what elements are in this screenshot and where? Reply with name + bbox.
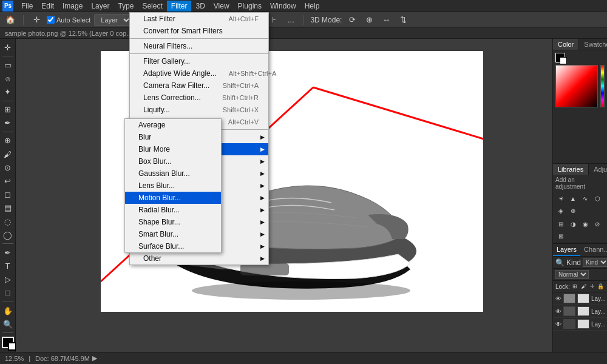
zoom-tool[interactable]: 🔍	[1, 318, 15, 330]
blur-blur[interactable]: Blur	[125, 131, 221, 143]
menu-image[interactable]: Image	[58, 1, 87, 12]
eyedropper-tool[interactable]: ✒	[1, 117, 15, 129]
menu-file[interactable]: File	[17, 1, 37, 12]
menu-type[interactable]: Type	[114, 1, 138, 12]
auto-select-checkbox[interactable]: Auto Select	[47, 16, 90, 24]
menu-edit[interactable]: Edit	[37, 1, 58, 12]
brush-tool[interactable]: 🖌	[1, 148, 15, 160]
dodge-tool[interactable]: ◯	[1, 229, 15, 241]
black-white-btn[interactable]: ◑	[568, 218, 578, 229]
menu-plugins[interactable]: Plugins	[234, 1, 266, 12]
layer-select[interactable]: Layer	[94, 14, 132, 26]
filter-gallery[interactable]: Filter Gallery...	[130, 55, 268, 67]
foreground-color[interactable]	[2, 337, 14, 348]
tab-channels[interactable]: Chann...	[580, 244, 607, 256]
filter-liquify[interactable]: Liquify... Shift+Ctrl+X	[130, 104, 268, 116]
fg-color-swatch[interactable]	[555, 53, 565, 62]
menu-layer[interactable]: Layer	[87, 1, 114, 12]
curves-btn[interactable]: ∿	[580, 193, 591, 204]
filter-last-filter[interactable]: Last Filter Alt+Ctrl+F	[130, 13, 268, 25]
blur-more[interactable]: Blur More	[125, 143, 221, 155]
menu-window[interactable]: Window	[266, 1, 300, 12]
filter-adaptive[interactable]: Adaptive Wide Angle... Alt+Shift+Ctrl+A	[130, 67, 268, 79]
bg-color-swatch[interactable]	[560, 57, 567, 64]
3d-mode-btn1[interactable]: ⟳	[345, 13, 359, 27]
3d-mode-btn4[interactable]: ⇅	[396, 13, 410, 27]
clone-stamp-tool[interactable]: ⊙	[1, 161, 15, 174]
color-lookup-btn[interactable]: ⊠	[555, 231, 566, 241]
layer-row-2[interactable]: 👁 Lay...	[553, 305, 607, 318]
brightness-contrast-btn[interactable]: ☀	[555, 193, 566, 204]
type-tool[interactable]: T	[1, 260, 15, 272]
color-balance-btn[interactable]: ⊞	[555, 218, 566, 229]
blur-lens[interactable]: Lens Blur...	[125, 180, 221, 192]
blur-tool[interactable]: ◌	[1, 215, 15, 228]
channel-mixer-btn[interactable]: ⊘	[592, 218, 603, 229]
blur-smart[interactable]: Smart Blur...	[125, 228, 221, 240]
blur-submenu[interactable]: Average Blur Blur More Box Blur... Gauss…	[124, 118, 222, 253]
filter-camera-raw[interactable]: Camera Raw Filter... Shift+Ctrl+A	[130, 79, 268, 92]
tab-layers[interactable]: Layers	[553, 244, 580, 256]
document-tab[interactable]: sample photo.png @ 12.5% (Layer 0 cop...	[0, 28, 607, 39]
eraser-tool[interactable]: ◻	[1, 189, 15, 201]
marquee-tool[interactable]: ▭	[1, 59, 15, 71]
hue-slider[interactable]	[600, 65, 605, 107]
lock-position-btn[interactable]: ✛	[588, 282, 595, 291]
exposure-btn[interactable]: ⬡	[592, 193, 603, 204]
move-tool-options[interactable]: ✛	[30, 13, 43, 27]
blur-box[interactable]: Box Blur...	[125, 155, 221, 167]
more-options-icon[interactable]: ...	[284, 13, 297, 27]
lock-transparent-btn[interactable]: ⊞	[571, 282, 578, 291]
magic-wand-tool[interactable]: ✦	[1, 86, 15, 98]
scroll-right-icon[interactable]: ▶	[92, 354, 97, 362]
path-selection-tool[interactable]: ▷	[1, 274, 15, 286]
layer-row-3[interactable]: 👁 Lay...	[553, 318, 607, 331]
kind-select[interactable]: Kind	[583, 258, 607, 267]
tab-swatches[interactable]: Swatches	[579, 39, 607, 50]
spot-healing-tool[interactable]: ⊕	[1, 135, 15, 147]
move-tool[interactable]: ✛	[1, 41, 15, 53]
align-right-icon[interactable]: ⊦	[267, 13, 280, 27]
blur-average[interactable]: Average	[125, 119, 221, 131]
tab-color[interactable]: Color	[553, 39, 579, 50]
3d-mode-btn2[interactable]: ⊕	[362, 13, 376, 27]
lock-all-btn[interactable]: 🔒	[597, 282, 605, 291]
crop-tool[interactable]: ⊞	[1, 104, 15, 116]
photo-filter-btn[interactable]: ◉	[580, 218, 591, 229]
eye-icon-1[interactable]: 👁	[555, 295, 561, 302]
blur-shape[interactable]: Shape Blur...	[125, 216, 221, 228]
3d-mode-btn3[interactable]: ↔	[379, 13, 393, 27]
vibrance-btn[interactable]: ◈	[555, 205, 566, 216]
lock-image-btn[interactable]: 🖌	[580, 282, 587, 291]
home-button[interactable]: 🏠	[4, 13, 17, 27]
menu-view[interactable]: View	[209, 1, 234, 12]
gradient-tool[interactable]: ▤	[1, 202, 15, 214]
blur-motion[interactable]: Motion Blur...	[125, 192, 221, 204]
menu-3d[interactable]: 3D	[191, 1, 209, 12]
shape-tool[interactable]: □	[1, 287, 15, 299]
hue-saturation-btn[interactable]: ⊕	[568, 205, 578, 216]
filter-other[interactable]: Other	[130, 252, 268, 265]
filter-lens-correction[interactable]: Lens Correction... Shift+Ctrl+R	[130, 92, 268, 104]
history-brush-tool[interactable]: ↩	[1, 175, 15, 187]
menu-help[interactable]: Help	[300, 1, 324, 12]
filter-neural[interactable]: Neural Filters...	[130, 40, 268, 52]
eye-icon-3[interactable]: 👁	[555, 321, 561, 328]
menu-select[interactable]: Select	[138, 1, 166, 12]
tab-libraries[interactable]: Libraries	[553, 164, 589, 175]
eye-icon-2[interactable]: 👁	[555, 308, 561, 315]
blur-surface[interactable]: Surface Blur...	[125, 240, 221, 252]
pen-tool[interactable]: ✒	[1, 246, 15, 258]
background-color[interactable]	[8, 342, 16, 351]
levels-btn[interactable]: ▲	[568, 193, 578, 204]
blend-mode-select[interactable]: Normal	[555, 270, 589, 279]
menu-filter[interactable]: Filter	[167, 1, 192, 12]
hand-tool[interactable]: ✋	[1, 305, 15, 317]
color-gradient[interactable]	[555, 65, 598, 107]
filter-convert-smart[interactable]: Convert for Smart Filters	[130, 25, 268, 37]
blur-gaussian[interactable]: Gaussian Blur...	[125, 167, 221, 180]
layer-row-1[interactable]: 👁 Lay...	[553, 292, 607, 305]
tab-adjustments[interactable]: Adju...	[589, 164, 607, 175]
lasso-tool[interactable]: ⌾	[1, 72, 15, 84]
blur-radial[interactable]: Radial Blur...	[125, 204, 221, 216]
